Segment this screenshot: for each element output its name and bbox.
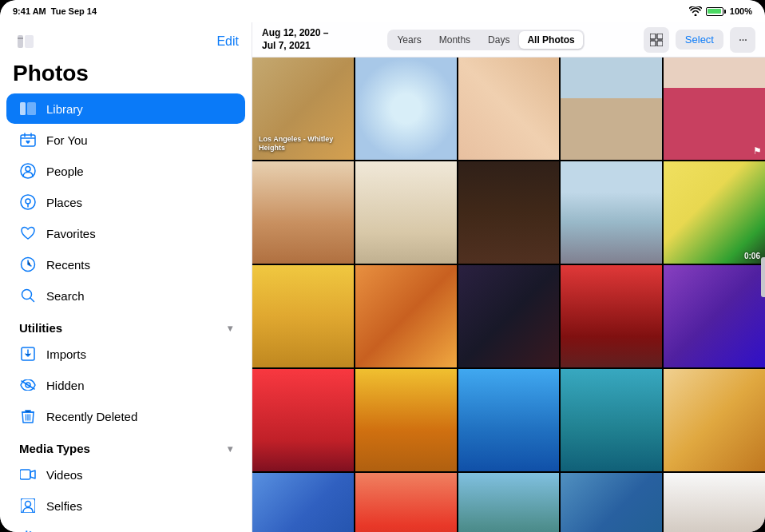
status-right: 100% xyxy=(689,6,752,16)
photo-cell[interactable] xyxy=(664,473,765,532)
photo-cell[interactable] xyxy=(458,265,560,367)
photo-cell[interactable] xyxy=(252,473,354,532)
svg-rect-2 xyxy=(18,38,23,39)
places-icon xyxy=(19,193,37,211)
photo-cell[interactable] xyxy=(252,265,354,367)
sidebar-item-imports[interactable]: Imports xyxy=(6,339,245,369)
media-types-items: Videos Selfies xyxy=(0,459,252,532)
photo-cell[interactable]: Los Angeles - WhitleyHeights xyxy=(252,58,354,160)
edit-button[interactable]: Edit xyxy=(216,34,239,49)
grid-row xyxy=(252,265,765,367)
people-icon xyxy=(19,162,37,180)
svg-rect-22 xyxy=(650,41,656,46)
svg-rect-20 xyxy=(650,34,656,39)
sidebar-item-for-you[interactable]: For You xyxy=(6,125,245,155)
content-wrapper: Edit Photos Library xyxy=(0,22,765,532)
home-indicator xyxy=(761,257,765,297)
sidebar-item-live-photos[interactable]: Live Photos xyxy=(6,522,245,532)
photo-cell[interactable] xyxy=(252,369,354,471)
photo-cell[interactable] xyxy=(561,369,662,471)
svg-rect-0 xyxy=(18,35,23,48)
sidebar-item-selfies[interactable]: Selfies xyxy=(6,490,245,521)
photo-cell[interactable] xyxy=(561,265,662,367)
recents-icon xyxy=(19,256,37,273)
recently-deleted-label: Recently Deleted xyxy=(46,410,137,423)
photo-cell[interactable]: ⚑ xyxy=(664,58,765,160)
tab-years[interactable]: Years xyxy=(389,31,429,49)
sidebar-toggle-button[interactable] xyxy=(13,29,38,54)
photo-grid-area: Aug 12, 2020 – Jul 7, 2021 Years Months … xyxy=(252,22,765,532)
imports-icon xyxy=(19,345,37,363)
places-label: Places xyxy=(46,196,82,209)
sidebar: Edit Photos Library xyxy=(0,22,252,532)
svg-rect-14 xyxy=(20,470,30,479)
videos-icon xyxy=(19,466,37,483)
sidebar-item-places[interactable]: Places xyxy=(6,187,245,217)
grid-row xyxy=(252,473,765,532)
photo-cell[interactable] xyxy=(458,58,560,160)
select-button[interactable]: Select xyxy=(676,30,723,50)
search-label: Search xyxy=(46,289,85,303)
recents-label: Recents xyxy=(46,258,90,272)
selfies-icon xyxy=(19,497,37,514)
tab-all-photos[interactable]: All Photos xyxy=(519,31,582,49)
main-content: Edit Photos Library xyxy=(0,22,765,532)
photo-cell[interactable] xyxy=(561,473,662,532)
utilities-section-header[interactable]: Utilities ▾ xyxy=(0,312,252,338)
tab-days[interactable]: Days xyxy=(480,31,517,49)
live-photos-icon xyxy=(19,528,37,532)
sidebar-item-library[interactable]: Library xyxy=(6,93,245,124)
for-you-icon xyxy=(19,131,37,149)
photo-cell[interactable] xyxy=(664,265,765,367)
media-types-section-header[interactable]: Media Types ▾ xyxy=(0,432,252,459)
photo-cell[interactable] xyxy=(561,58,662,160)
people-label: People xyxy=(46,165,84,178)
favorites-label: Favorites xyxy=(46,227,96,240)
time: 9:41 AM xyxy=(13,6,46,16)
svg-rect-21 xyxy=(657,34,663,39)
sidebar-item-videos[interactable]: Videos xyxy=(6,459,245,490)
photo-cell[interactable] xyxy=(355,58,457,160)
photo-cell[interactable] xyxy=(561,161,662,264)
media-types-chevron: ▾ xyxy=(228,443,232,455)
date: Tue Sep 14 xyxy=(51,6,97,16)
photo-cell[interactable] xyxy=(355,161,457,264)
photo-cell[interactable]: 0:06 xyxy=(664,161,765,264)
svg-point-9 xyxy=(26,199,30,204)
photo-cell[interactable] xyxy=(355,369,457,471)
svg-point-7 xyxy=(26,167,30,172)
status-left: 9:41 AM Tue Sep 14 xyxy=(13,6,97,16)
photo-cell[interactable] xyxy=(458,369,560,471)
svg-rect-1 xyxy=(25,35,34,48)
photo-cell[interactable] xyxy=(664,369,765,471)
sidebar-item-recents[interactable]: Recents xyxy=(6,249,245,280)
device-frame: 9:41 AM Tue Sep 14 100% xyxy=(0,0,765,532)
sidebar-item-hidden[interactable]: Hidden xyxy=(6,370,245,400)
grid-row xyxy=(252,369,765,471)
tab-months[interactable]: Months xyxy=(431,31,478,49)
utilities-items: Imports Hidden xyxy=(0,338,252,432)
photo-cell[interactable] xyxy=(355,265,457,367)
svg-rect-5 xyxy=(21,135,35,146)
photo-cell[interactable] xyxy=(355,473,457,532)
date-range-line2: Jul 7, 2021 xyxy=(262,40,328,53)
date-range-container: Aug 12, 2020 – Jul 7, 2021 xyxy=(262,27,328,52)
photo-grid: Los Angeles - WhitleyHeights xyxy=(252,58,765,532)
video-duration-badge: 0:06 xyxy=(744,252,760,260)
photo-cell[interactable] xyxy=(458,473,560,532)
nav-items: Library For You xyxy=(0,93,252,312)
display-options-button[interactable] xyxy=(644,27,669,53)
sidebar-item-favorites[interactable]: Favorites xyxy=(6,218,245,248)
more-options-button[interactable]: ··· xyxy=(730,27,755,53)
svg-rect-23 xyxy=(657,41,663,46)
photo-cell[interactable] xyxy=(458,161,560,264)
sidebar-item-people[interactable]: People xyxy=(6,156,245,186)
photo-cell[interactable] xyxy=(252,161,354,264)
svg-rect-4 xyxy=(27,102,36,115)
library-label: Library xyxy=(46,102,83,116)
sidebar-item-search[interactable]: Search xyxy=(6,280,245,311)
search-icon xyxy=(19,287,37,304)
svg-point-16 xyxy=(26,502,31,507)
sidebar-item-recently-deleted[interactable]: Recently Deleted xyxy=(6,401,245,431)
selfies-label: Selfies xyxy=(46,499,82,513)
